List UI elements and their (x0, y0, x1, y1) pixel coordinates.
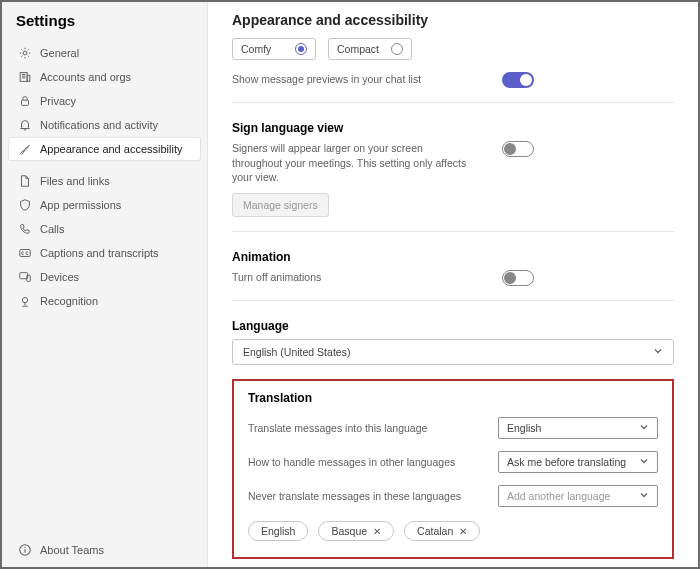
chip-label: Catalan (417, 525, 453, 537)
sign-language-toggle[interactable] (502, 141, 534, 157)
chevron-down-icon (639, 490, 649, 502)
cc-icon (18, 246, 32, 260)
sidebar-item-label: Appearance and accessibility (40, 143, 182, 155)
svg-rect-2 (27, 75, 30, 81)
close-icon[interactable]: ✕ (373, 526, 381, 537)
sidebar-item-app-permissions[interactable]: App permissions (8, 193, 201, 217)
density-label: Comfy (241, 43, 271, 55)
gear-icon (18, 46, 32, 60)
close-icon[interactable]: ✕ (459, 526, 467, 537)
file-icon (18, 174, 32, 188)
density-label: Compact (337, 43, 379, 55)
sidebar-item-calls[interactable]: Calls (8, 217, 201, 241)
sidebar-item-label: Devices (40, 271, 79, 283)
sidebar-item-label: Accounts and orgs (40, 71, 131, 83)
translate-into-label: Translate messages into this language (248, 422, 486, 434)
never-translate-select[interactable]: Add another language (498, 485, 658, 507)
density-selector: Comfy Compact (232, 38, 674, 60)
divider (232, 231, 674, 232)
sidebar-item-notifications-and-activity[interactable]: Notifications and activity (8, 113, 201, 137)
chevron-down-icon (639, 422, 649, 434)
language-select[interactable]: English (United States) (232, 339, 674, 365)
select-value: Ask me before translating (507, 456, 626, 468)
settings-sidebar: Settings GeneralAccounts and orgsPrivacy… (2, 2, 208, 567)
translation-section: Translation Translate messages into this… (232, 379, 674, 559)
sidebar-item-label: Privacy (40, 95, 76, 107)
sidebar-item-appearance-and-accessibility[interactable]: Appearance and accessibility (8, 137, 201, 161)
svg-rect-6 (22, 100, 29, 105)
sidebar-item-label: Files and links (40, 175, 110, 187)
select-placeholder: Add another language (507, 490, 610, 502)
page-title: Appearance and accessibility (232, 12, 674, 28)
sidebar-item-recognition[interactable]: Recognition (8, 289, 201, 313)
settings-title: Settings (2, 2, 207, 35)
phone-icon (18, 222, 32, 236)
divider (232, 102, 674, 103)
sidebar-item-label: App permissions (40, 199, 121, 211)
brush-icon (18, 142, 32, 156)
sidebar-item-accounts-and-orgs[interactable]: Accounts and orgs (8, 65, 201, 89)
language-value: English (United States) (243, 346, 350, 358)
bell-icon (18, 118, 32, 132)
about-link[interactable]: About Teams (2, 533, 207, 567)
device-icon (18, 270, 32, 284)
sidebar-item-captions-and-transcripts[interactable]: Captions and transcripts (8, 241, 201, 265)
chip-label: Basque (331, 525, 367, 537)
section-sign-language: Sign language view (232, 121, 674, 135)
chip-label: English (261, 525, 295, 537)
handle-messages-select[interactable]: Ask me before translating (498, 451, 658, 473)
select-value: English (507, 422, 541, 434)
radio-icon (295, 43, 307, 55)
shield-icon (18, 198, 32, 212)
density-option-comfy[interactable]: Comfy (232, 38, 316, 60)
sidebar-item-privacy[interactable]: Privacy (8, 89, 201, 113)
section-language: Language (232, 319, 674, 333)
translate-into-select[interactable]: English (498, 417, 658, 439)
divider (232, 300, 674, 301)
language-chip-catalan[interactable]: Catalan✕ (404, 521, 480, 541)
sign-language-desc: Signers will appear larger on your scree… (232, 141, 472, 185)
language-chip-basque[interactable]: Basque✕ (318, 521, 394, 541)
preview-toggle[interactable] (502, 72, 534, 88)
sidebar-item-label: Calls (40, 223, 64, 235)
never-translate-label: Never translate messages in these langua… (248, 490, 486, 502)
animation-toggle[interactable] (502, 270, 534, 286)
preview-label: Show message previews in your chat list (232, 72, 472, 87)
sidebar-item-devices[interactable]: Devices (8, 265, 201, 289)
sidebar-item-label: Recognition (40, 295, 98, 307)
sidebar-item-label: General (40, 47, 79, 59)
density-option-compact[interactable]: Compact (328, 38, 412, 60)
section-translation: Translation (248, 391, 658, 405)
handle-messages-label: How to handle messages in other language… (248, 456, 486, 468)
sidebar-item-general[interactable]: General (8, 41, 201, 65)
org-icon (18, 70, 32, 84)
svg-point-10 (22, 298, 27, 303)
sidebar-item-label: Notifications and activity (40, 119, 158, 131)
animation-label: Turn off animations (232, 270, 472, 285)
lock-icon (18, 94, 32, 108)
about-label: About Teams (40, 544, 104, 556)
sidebar-item-files-and-links[interactable]: Files and links (8, 169, 201, 193)
sidebar-item-label: Captions and transcripts (40, 247, 159, 259)
settings-main: Appearance and accessibility Comfy Compa… (208, 2, 698, 567)
svg-point-0 (23, 51, 27, 55)
chevron-down-icon (639, 456, 649, 468)
section-animation: Animation (232, 250, 674, 264)
chevron-down-icon (653, 346, 663, 358)
never-translate-chips: EnglishBasque✕Catalan✕ (248, 521, 658, 541)
manage-signers-button[interactable]: Manage signers (232, 193, 329, 217)
radio-icon (391, 43, 403, 55)
info-icon (18, 543, 32, 557)
language-chip-english: English (248, 521, 308, 541)
svg-point-13 (24, 547, 25, 548)
recognition-icon (18, 294, 32, 308)
